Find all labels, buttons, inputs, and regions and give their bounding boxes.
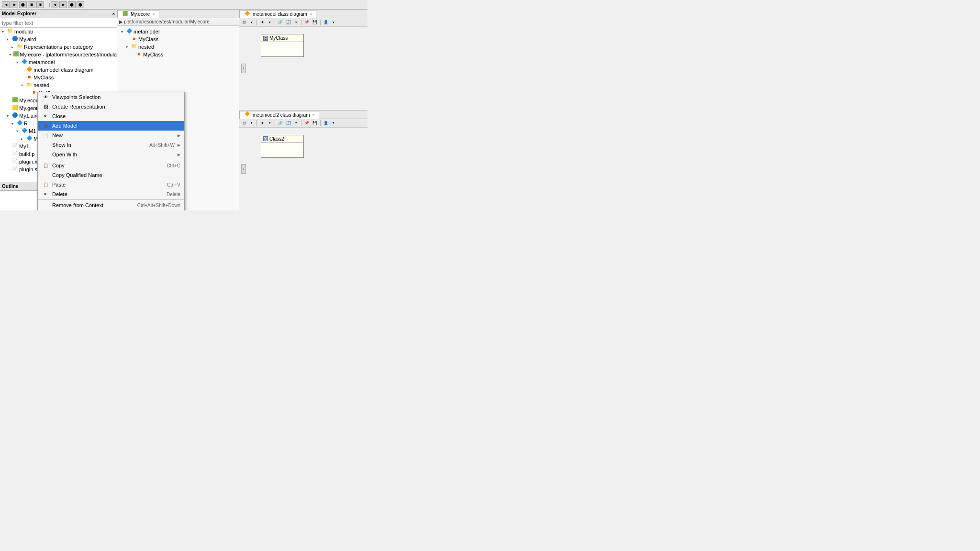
diag2-arrange[interactable]: ✦ — [258, 120, 266, 126]
menu-item-new[interactable]: 📄 New ▶ — [38, 131, 184, 140]
diagram1-tab-icon: 🔶 — [244, 11, 250, 18]
m2-icon: 🔷 — [26, 135, 33, 142]
class-box-myclass-header: C MyClass — [261, 34, 303, 42]
tree-item-nested[interactable]: ▾ 📁 nested — [0, 81, 117, 89]
diag2-sep1 — [256, 120, 257, 126]
toolbar-btn-8[interactable]: ⬤ — [68, 1, 76, 8]
close-label: Close — [52, 113, 180, 119]
m1-icon: 🔷 — [21, 128, 28, 134]
diag2-arrange-dd[interactable]: ▾ — [267, 120, 273, 126]
diag1-zoom-dd[interactable]: ▾ — [248, 19, 255, 26]
toolbar-btn-9[interactable]: ⬤ — [77, 1, 84, 8]
diag2-export[interactable]: 💾 — [311, 120, 319, 126]
diag2-btn3[interactable]: 🔗 — [277, 120, 284, 126]
show-in-icon — [42, 141, 49, 149]
menu-item-copy-qualified-name[interactable]: Copy Qualified Name — [38, 170, 184, 180]
class-box-class2[interactable]: C Class2 — [261, 135, 304, 158]
diag1-btn3[interactable]: 🔗 — [277, 19, 284, 26]
tree-item-my-aird[interactable]: ▾ 🔵 My.aird — [0, 35, 117, 43]
tree-arrow-m2: ▸ — [21, 137, 26, 141]
menu-item-open-with[interactable]: Open With ▶ — [38, 150, 184, 159]
menu-item-show-in[interactable]: Show In Alt+Shift+W ▶ — [38, 140, 184, 150]
tree-label-nested: nested — [33, 82, 49, 88]
diag1-arrange-dd[interactable]: ▾ — [267, 19, 273, 26]
diag1-pin[interactable]: 📌 — [303, 19, 311, 26]
diag1-btn4[interactable]: 🔄 — [285, 19, 292, 26]
model-explorer-close[interactable]: × — [112, 11, 115, 16]
my1-file-icon: 📄 — [11, 143, 18, 150]
copy-label: Copy — [52, 163, 164, 168]
aird-icon-2: 🔵 — [11, 112, 18, 119]
tree-item-metamodel[interactable]: ▾ 🔷 metamodel — [0, 58, 117, 66]
toolbar-btn-2[interactable]: ▶ — [11, 1, 18, 8]
delete-label: Delete — [52, 191, 164, 197]
diagram2-tab-close[interactable]: × — [312, 112, 315, 117]
filter-input[interactable] — [0, 18, 117, 28]
tree-label-myclass-1: MyClass — [33, 75, 54, 80]
tree-item-metamodel-diagram[interactable]: ▸ 🔶 metamodel class diagram — [0, 66, 117, 74]
tree-arrow-metamodel: ▾ — [16, 60, 21, 65]
menu-item-delete[interactable]: ✕ Delete Delete — [38, 189, 184, 199]
tree-item-modular[interactable]: ▾ 📁 modular — [0, 28, 117, 35]
create-rep-label: Create Representation — [52, 104, 180, 110]
ecore-tab-close[interactable]: × — [152, 12, 155, 17]
class-box-myclass[interactable]: C MyClass — [261, 34, 304, 57]
diag1-person[interactable]: 👤 — [322, 19, 330, 26]
toolbar-btn-3[interactable]: ⬤ — [19, 1, 27, 8]
diag2-sep4 — [320, 120, 321, 126]
diag2-person[interactable]: 👤 — [322, 120, 330, 126]
toolbar-btn-4[interactable]: ▣ — [28, 1, 35, 8]
diag1-zoom-fit[interactable]: ⊡ — [240, 19, 248, 26]
menu-item-create-representation[interactable]: 🖼 Create Representation — [38, 102, 184, 111]
ecore-tree-myclass-1[interactable]: ▸ ■ MyClass — [119, 35, 237, 43]
menu-item-remove-from-context[interactable]: Remove from Context Ctrl+Alt+Shift+Down — [38, 200, 184, 210]
toolbar-btn-5[interactable]: ▣ — [36, 1, 44, 8]
menu-item-mark-as-landmark[interactable]: 🏠 Mark as Landmark Ctrl+Alt+Shift+Up — [38, 210, 184, 210]
menu-item-viewpoints-selection[interactable]: 👁 Viewpoints Selection — [38, 92, 184, 102]
diag2-pin[interactable]: 📌 — [303, 120, 311, 126]
ecore-tree-myclass-nested[interactable]: ▸ ■ MyClass — [119, 51, 237, 58]
new-arrow: ▶ — [178, 133, 180, 138]
diag2-left-toggle[interactable]: ‹ — [241, 164, 246, 174]
tree-item-myclass-1[interactable]: ▸ ■ MyClass — [0, 74, 117, 81]
diag1-sep3 — [301, 20, 301, 25]
tree-arrow-nested: ▾ — [21, 83, 26, 88]
menu-item-close[interactable]: ✕ Close — [38, 111, 184, 121]
ecore-tab[interactable]: 🟩 My.ecore × — [117, 10, 159, 18]
tree-arrow-my-ecore-ip: ▾ — [9, 53, 13, 57]
diag1-left-toggle[interactable]: ‹ — [241, 64, 246, 73]
diag1-btn4-dd[interactable]: ▾ — [293, 19, 300, 26]
toolbar-btn-1[interactable]: ◀ — [2, 1, 10, 8]
diagram1-tab[interactable]: 🔶 metamodel class diagram × — [239, 10, 316, 18]
diagram1-tab-close[interactable]: × — [310, 12, 312, 17]
main-toolbar: ◀ ▶ ⬤ ▣ ▣ | ◀ ▶ ⬤ ⬤ — [0, 0, 368, 10]
plugin-xml-icon: 📄 — [11, 158, 18, 165]
diagram2-tab[interactable]: 🔶 metamodel2 class diagram × — [239, 111, 319, 119]
paste-icon: 📋 — [42, 181, 49, 188]
diagram1-toolbar: ⊡ ▾ ✦ ▾ 🔗 🔄 ▾ 📌 💾 — [239, 18, 368, 27]
tree-label-build: build.p — [19, 151, 34, 157]
menu-item-add-model[interactable]: ➕ Add Model — [38, 121, 184, 131]
menu-item-paste[interactable]: 📋 Paste Ctrl+V — [38, 180, 184, 189]
tree-arrow-my-aird: ▾ — [7, 37, 11, 42]
diag2-zoom-dd[interactable]: ▾ — [248, 120, 255, 126]
viewpoints-icon: 👁 — [42, 93, 49, 101]
diag2-btn4-dd[interactable]: ▾ — [293, 120, 300, 126]
remove-context-label: Remove from Context — [52, 202, 134, 208]
tree-item-my-ecore-iplatform[interactable]: ▾ 🟩 My.ecore - [platform/resource/test/m… — [0, 51, 117, 58]
diag2-zoom-fit[interactable]: ⊡ — [240, 120, 248, 126]
ecore-tree-nested[interactable]: ▾ 📁 nested — [119, 43, 237, 51]
diagram1-tab-label: metamodel class diagram — [253, 11, 307, 17]
toolbar-btn-6[interactable]: ◀ — [51, 1, 58, 8]
tree-arrow-m1: ▾ — [16, 129, 21, 133]
diag1-export[interactable]: 💾 — [311, 19, 319, 26]
menu-item-copy[interactable]: 📋 Copy Ctrl+C — [38, 161, 184, 170]
class-box-class2-icon: C — [263, 136, 268, 141]
tree-item-reps-category[interactable]: ▸ 📁 Representations per category — [0, 43, 117, 51]
diag2-btn4[interactable]: 🔄 — [285, 120, 292, 126]
diag1-arrange[interactable]: ✦ — [258, 19, 266, 26]
ecore-tree-metamodel[interactable]: ▾ 🔷 metamodel — [119, 28, 237, 35]
toolbar-btn-7[interactable]: ▶ — [59, 1, 67, 8]
diag1-person-dd[interactable]: ▾ — [330, 19, 337, 26]
diag2-person-dd[interactable]: ▾ — [330, 120, 337, 126]
